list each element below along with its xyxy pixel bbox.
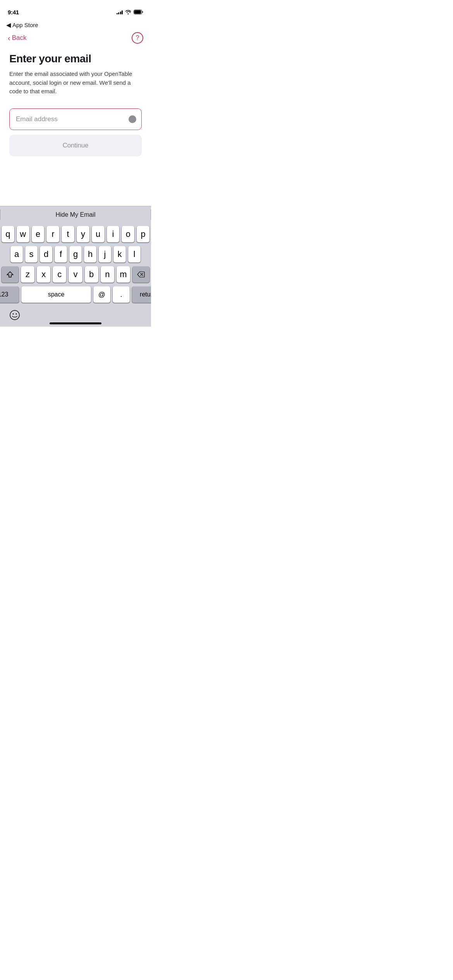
battery-icon bbox=[134, 10, 143, 14]
key-w[interactable]: w bbox=[17, 226, 29, 242]
home-indicator bbox=[50, 322, 101, 324]
key-at[interactable]: @ bbox=[93, 286, 110, 303]
hide-my-email-button[interactable]: Hide My Email bbox=[55, 211, 95, 218]
key-v[interactable]: v bbox=[69, 266, 82, 283]
status-time: 9:41 bbox=[8, 9, 19, 15]
help-icon: ? bbox=[136, 34, 139, 41]
key-z[interactable]: z bbox=[21, 266, 34, 283]
help-button[interactable]: ? bbox=[132, 32, 143, 44]
key-u[interactable]: u bbox=[92, 226, 105, 242]
key-f[interactable]: f bbox=[55, 246, 67, 262]
key-space[interactable]: space bbox=[21, 286, 91, 303]
keyboard-area: Hide My Email q w e r t y u i o p a s d … bbox=[0, 206, 151, 327]
back-button[interactable]: ‹ Back bbox=[8, 34, 26, 42]
emoji-key[interactable] bbox=[6, 307, 23, 324]
back-label: Back bbox=[12, 34, 27, 42]
continue-button[interactable]: Continue bbox=[9, 135, 142, 156]
key-h[interactable]: h bbox=[84, 246, 96, 262]
shift-key[interactable] bbox=[2, 266, 19, 283]
drag-handle bbox=[129, 115, 136, 123]
key-x[interactable]: x bbox=[37, 266, 50, 283]
key-y[interactable]: y bbox=[77, 226, 89, 242]
svg-point-3 bbox=[13, 314, 14, 315]
key-n[interactable]: n bbox=[101, 266, 114, 283]
key-row-4: 123 space @ . return bbox=[2, 286, 149, 303]
key-123[interactable]: 123 bbox=[0, 286, 19, 303]
email-input[interactable] bbox=[9, 108, 142, 130]
key-o[interactable]: o bbox=[122, 226, 134, 242]
key-j[interactable]: j bbox=[99, 246, 111, 262]
svg-point-2 bbox=[10, 310, 19, 320]
key-return[interactable]: return bbox=[132, 286, 151, 303]
back-chevron-icon: ‹ bbox=[8, 34, 10, 42]
key-l[interactable]: l bbox=[128, 246, 141, 262]
key-i[interactable]: i bbox=[107, 226, 120, 242]
keyboard-rows: q w e r t y u i o p a s d f g h j k l bbox=[0, 223, 151, 304]
key-row-3: z x c v b n m bbox=[2, 266, 149, 283]
page-description: Enter the email associated with your Ope… bbox=[9, 70, 142, 96]
key-dot[interactable]: . bbox=[113, 286, 130, 303]
key-s[interactable]: s bbox=[25, 246, 38, 262]
key-t[interactable]: t bbox=[62, 226, 74, 242]
wifi-icon bbox=[125, 10, 131, 14]
key-r[interactable]: r bbox=[46, 226, 59, 242]
key-d[interactable]: d bbox=[40, 246, 52, 262]
page-title: Enter your email bbox=[9, 53, 142, 65]
key-c[interactable]: c bbox=[53, 266, 66, 283]
nav-row: ‹ Back ? bbox=[0, 29, 151, 46]
key-b[interactable]: b bbox=[85, 266, 98, 283]
delete-key[interactable] bbox=[132, 266, 149, 283]
app-store-label: App Store bbox=[12, 22, 38, 28]
svg-rect-1 bbox=[134, 10, 141, 14]
status-icons bbox=[117, 10, 144, 14]
key-m[interactable]: m bbox=[117, 266, 130, 283]
key-row-2: a s d f g h j k l bbox=[2, 246, 149, 262]
key-p[interactable]: p bbox=[137, 226, 149, 242]
key-e[interactable]: e bbox=[32, 226, 45, 242]
key-q[interactable]: q bbox=[2, 226, 14, 242]
key-g[interactable]: g bbox=[69, 246, 82, 262]
status-bar: 9:41 bbox=[0, 0, 151, 19]
app-store-row: ◀ App Store bbox=[0, 19, 151, 29]
svg-point-4 bbox=[16, 314, 17, 315]
signal-icon bbox=[117, 10, 123, 14]
content-area: Enter your email Enter the email associa… bbox=[0, 46, 151, 166]
app-store-chevron-icon: ◀ bbox=[6, 21, 11, 29]
email-input-wrapper bbox=[9, 108, 142, 130]
key-row-1: q w e r t y u i o p bbox=[2, 226, 149, 242]
keyboard-toolbar[interactable]: Hide My Email bbox=[0, 206, 151, 223]
key-a[interactable]: a bbox=[10, 246, 23, 262]
key-k[interactable]: k bbox=[113, 246, 126, 262]
